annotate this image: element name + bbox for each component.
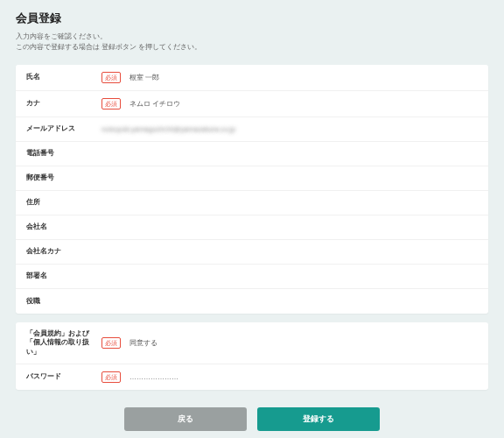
row-email: メールアドレス nobuyuki.yamaguchi-fd@yamazakura… <box>16 117 488 142</box>
value-name: 根室 一郎 <box>130 73 478 82</box>
row-terms: 「会員規約」および「個人情報の取り扱い」 必須 同意する <box>16 322 488 364</box>
value-password: ………………… <box>130 373 478 381</box>
label-kana: カナ <box>26 99 102 108</box>
row-address: 住所 <box>16 191 488 215</box>
page-subtitle: 入力内容をご確認ください。 この内容で登録する場合は 登録ボタン を押してくださ… <box>16 32 488 53</box>
agreement-card: 「会員規約」および「個人情報の取り扱い」 必須 同意する パスワード 必須 ……… <box>16 322 488 390</box>
required-badge: 必須 <box>102 72 121 83</box>
subtitle-line-1: 入力内容をご確認ください。 <box>16 32 107 40</box>
label-email: メールアドレス <box>26 124 102 133</box>
label-company: 会社名 <box>26 223 102 231</box>
label-company-kana: 会社名カナ <box>26 247 102 256</box>
label-position: 役職 <box>26 297 102 306</box>
label-postal: 郵便番号 <box>26 173 102 182</box>
required-badge: 必須 <box>102 98 121 110</box>
row-position: 役職 <box>16 289 488 314</box>
row-name: 氏名 必須 根室 一郎 <box>16 65 488 91</box>
button-bar: 戻る 登録する <box>16 399 488 438</box>
row-password: パスワード 必須 ………………… <box>16 364 488 390</box>
row-company-kana: 会社名カナ <box>16 240 488 265</box>
label-name: 氏名 <box>26 73 102 81</box>
required-badge: 必須 <box>102 371 121 383</box>
value-email: nobuyuki.yamaguchi-fd@yamazakura.co.jp <box>102 125 478 133</box>
submit-button[interactable]: 登録する <box>257 407 380 431</box>
row-kana: カナ 必須 ネムロ イチロウ <box>16 91 488 117</box>
page-title: 会員登録 <box>16 11 488 26</box>
back-button[interactable]: 戻る <box>124 407 247 431</box>
label-department: 部署名 <box>26 272 102 280</box>
row-company: 会社名 <box>16 215 488 240</box>
value-terms: 同意する <box>130 338 478 348</box>
row-department: 部署名 <box>16 265 488 289</box>
label-terms: 「会員規約」および「個人情報の取り扱い」 <box>26 329 102 357</box>
subtitle-line-2: この内容で登録する場合は 登録ボタン を押してください。 <box>16 43 201 51</box>
row-phone: 電話番号 <box>16 142 488 166</box>
label-phone: 電話番号 <box>26 149 102 158</box>
main-fields-card: 氏名 必須 根室 一郎 カナ 必須 ネムロ イチロウ メールアドレス nobuy… <box>16 65 488 314</box>
row-postal: 郵便番号 <box>16 166 488 191</box>
required-badge: 必須 <box>102 337 121 349</box>
label-address: 住所 <box>26 198 102 207</box>
label-password: パスワード <box>26 372 102 381</box>
value-kana: ネムロ イチロウ <box>130 99 478 109</box>
